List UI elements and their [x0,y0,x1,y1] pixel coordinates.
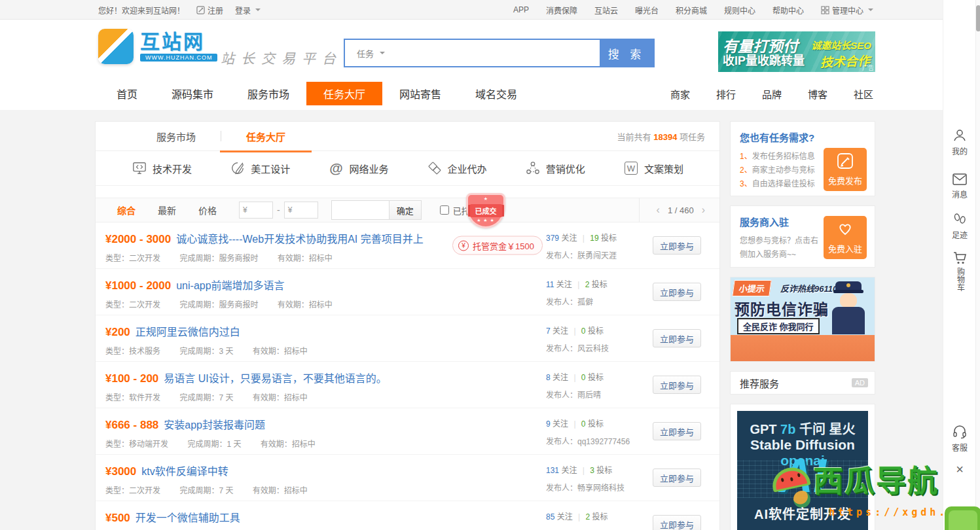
price-max-input[interactable] [293,205,317,215]
anti-fraud-ad[interactable]: 小提示 反诈热线96110 预防电信诈骗 全民反诈 你我同行 [730,277,875,362]
search-button[interactable]: 搜 索 [600,40,653,66]
task-stats: 131 关注 | 3 投标 发布人：畅享网络科技 [546,464,664,493]
category-tech-dev[interactable]: 技术开发 [132,160,192,176]
task-price: ¥1000 - 2000 [105,279,171,292]
close-toolbar-button[interactable]: × [943,462,976,477]
topbar-link[interactable]: 互站云 [594,5,618,16]
banner-text: 收IP量收跳转量 [723,51,805,68]
search-box: 任务 搜 索 [344,39,655,67]
customer-service-tool[interactable]: 客服 [943,424,976,453]
main-card: 服务市场 任务大厅 当前共有 18394 项任务 技术开发 美工设计 @ [95,121,720,530]
nav-item-secondary[interactable]: 排行 [716,87,736,101]
page-scrollbar[interactable] [975,0,980,530]
tab-service-market[interactable]: 服务市场 [132,130,221,143]
nav-item[interactable]: 首页 [100,82,154,105]
prev-page-arrow[interactable]: ‹ [657,204,660,216]
nav-item-secondary[interactable]: 博客 [808,87,827,101]
nav-item[interactable]: 网站寄售 [382,82,458,105]
task-title-link[interactable]: 正规阿里云微信内过白 [136,323,240,339]
task-title-link[interactable]: 易语言 UI设计，只要易语言，不要其他语言的。 [164,370,386,385]
scrollbar-thumb[interactable] [976,5,980,31]
footprints-tool[interactable]: 足迹 [943,211,976,240]
next-page-arrow[interactable]: › [702,204,705,216]
free-publish-button[interactable]: 免费发布 [824,148,867,191]
task-publisher: 发布人：孤僻 [546,296,664,307]
join-button[interactable]: 立即参与 [653,468,701,487]
messages-tool[interactable]: 消息 [943,172,976,200]
site-logo[interactable]: 互站网 WWW.HUZHAN.COM [98,29,217,64]
task-price: ¥666 - 888 [105,419,158,432]
register-link[interactable]: 注册 [196,5,223,16]
greeting-text: 您好！欢迎来到互站网！ [98,5,185,16]
topbar-link[interactable]: 消费保障 [546,5,577,16]
task-row: ¥3000 ktv软件反编译中转 类型：二次开发 完成周期：7 天 有效期：招标… [96,455,719,501]
topbar-link[interactable]: 曝光台 [635,5,659,16]
task-count: 当前共有 18394 项任务 [617,130,705,143]
category-enterprise[interactable]: 企业代办 [427,160,487,176]
join-button[interactable]: 立即参与 [653,376,701,394]
task-title-link[interactable]: 安装app封装报毒问题 [164,416,265,432]
yen-prefix: ¥ [243,205,247,215]
escrow-checkbox[interactable] [440,205,449,215]
task-title-link[interactable]: uni-app前端增加多语言 [176,277,284,292]
ai-dev-ad[interactable]: GPT 7b 千问 星火 Stable Diffusion openai AI … [737,411,868,530]
tip-tag: 小提示 [732,280,772,296]
tab-task-hall[interactable]: 任务大厅 [221,130,310,143]
task-title-link[interactable]: 开发一个微信辅助工具 [136,509,240,525]
topbar-link[interactable]: APP [513,5,529,14]
category-design[interactable]: 美工设计 [230,160,290,176]
join-button[interactable]: 立即参与 [653,236,701,255]
header-banner-ad[interactable]: 有量打预付 诚邀站长SEO 收IP量收跳转量 技术合作 广告 [718,31,875,72]
chevron-down-icon [868,9,873,14]
keyword-input[interactable] [331,200,389,220]
nav-item-secondary[interactable]: 品牌 [762,87,782,101]
task-stats: 9 关注 | 0 投标 发布人：qq1392777456 [546,417,664,446]
nav-item-secondary[interactable]: 社区 [854,87,873,101]
heart-hands-icon [837,221,854,239]
category-network[interactable]: @ 网络业务 [328,160,388,176]
sort-newest[interactable]: 最新 [158,203,176,217]
sort-price[interactable]: 价格 [198,203,217,217]
police-officer-illustration [827,281,869,360]
nav-item[interactable]: 服务市场 [230,82,306,105]
login-link[interactable]: 登录 [235,5,261,16]
topbar-link[interactable]: 帮助中心 [772,5,804,16]
ad-label: 广告 [862,63,874,72]
category-marketing[interactable]: 营销优化 [525,160,585,176]
escrow-badge: ¥ 托管赏金￥1500 [452,236,543,255]
free-join-button[interactable]: 免费入驻 [824,216,867,259]
nav-item-secondary[interactable]: 商家 [670,87,690,101]
sort-comprehensive[interactable]: 综合 [117,203,136,217]
chevron-down-icon [380,52,385,57]
price-min-input[interactable] [249,205,272,215]
ad-line1: GPT 7b 千问 星火 [737,419,868,438]
task-demand-card: 您也有任务需求? 1、发布任务招标信息2、商家主动参与竞标3、自由选择最佳投标 … [730,121,875,196]
join-button[interactable]: 立即参与 [653,515,701,530]
nav-item[interactable]: 任务大厅 [306,82,382,105]
task-price: ¥2000 - 3000 [105,233,171,246]
logo-icon [98,29,134,64]
join-button[interactable]: 立即参与 [653,422,701,440]
search-category-select[interactable]: 任务 [345,40,394,66]
join-button[interactable]: 立即参与 [653,283,701,301]
topbar-link[interactable]: 积分商城 [676,5,707,16]
gpt-ad-card: GPT 7b 千问 星火 Stable Diffusion openai AI … [730,404,875,530]
cart-icon [952,250,968,266]
search-input[interactable] [394,40,600,66]
network-nodes-icon [525,160,541,176]
my-account-tool[interactable]: 我的 [943,128,976,156]
task-title-link[interactable]: 诚心诚意找----Web开发技术协助我用AI 完善项目并上 [176,230,424,246]
task-list: ¥2000 - 3000 诚心诚意找----Web开发技术协助我用AI 完善项目… [96,222,719,530]
nav-item[interactable]: 域名交易 [458,82,534,105]
yen-prefix: ¥ [288,205,293,215]
topbar-link[interactable]: 规则中心 [724,5,755,16]
ad-tag: AD [852,378,868,387]
nav-item[interactable]: 源码集市 [154,82,230,105]
cart-tool[interactable]: 购物车 [943,250,976,291]
admin-center-link[interactable]: 管理中心 [821,5,873,16]
task-title-link[interactable]: ktv软件反编译中转 [141,463,228,478]
category-copywriting[interactable]: W 文案策划 [623,160,683,176]
topbar-links: APP消费保障互站云曝光台积分商城规则中心帮助中心 [513,5,804,16]
confirm-button[interactable]: 确定 [389,200,422,220]
join-button[interactable]: 立即参与 [653,329,701,347]
